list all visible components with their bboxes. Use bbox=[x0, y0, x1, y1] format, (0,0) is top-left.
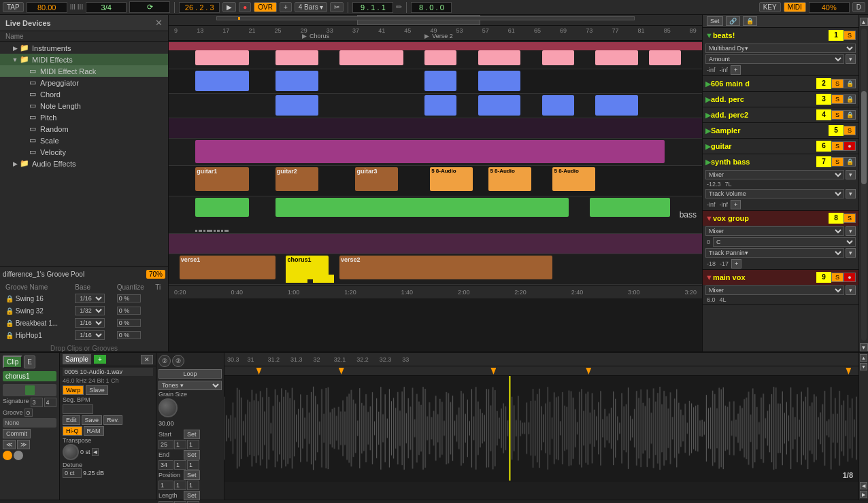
sidebar-item-midi-effects[interactable]: ▼ 📁 MIDI Effects bbox=[0, 54, 168, 65]
groove-row-breakbeat[interactable]: 🔒 Breakbeat 1... 1/16 bbox=[4, 317, 164, 328]
end-set-btn[interactable]: Set bbox=[184, 450, 200, 459]
beats-amount-select[interactable]: Amount bbox=[705, 54, 844, 64]
clip-606-1[interactable] bbox=[195, 71, 248, 91]
groove-row-hiphop[interactable]: 🔒 HipHop1 1/16 bbox=[4, 330, 164, 341]
rev-arrow-btn[interactable]: ◄ bbox=[92, 448, 99, 456]
sidebar-item-arpeggiator[interactable]: ▭ Arpeggiator bbox=[0, 77, 168, 88]
scroll-up-btn[interactable]: ▲ bbox=[860, 18, 868, 26]
start-val-3[interactable] bbox=[187, 440, 199, 449]
clip-perc-4[interactable] bbox=[542, 95, 574, 116]
guitar-num[interactable]: 6 bbox=[816, 141, 831, 152]
clip-beats-1[interactable] bbox=[195, 50, 248, 65]
sampler-s[interactable]: S bbox=[844, 126, 856, 135]
clip-perc-3[interactable] bbox=[478, 95, 521, 116]
clip-sampler-full[interactable] bbox=[195, 140, 665, 163]
rev-button[interactable]: Rev. bbox=[103, 415, 122, 425]
track-606-num[interactable]: 2 bbox=[816, 78, 831, 89]
warp-button[interactable]: Warp bbox=[63, 385, 84, 395]
addperc2-num[interactable]: 4 bbox=[816, 109, 831, 120]
record-button[interactable]: ● bbox=[239, 2, 251, 12]
clip-bass-3[interactable] bbox=[590, 198, 670, 217]
addperc-num[interactable]: 3 bbox=[816, 94, 831, 105]
groove-row-swing32[interactable]: 🔒 Swing 32 1/32 bbox=[4, 305, 164, 316]
prev-btn[interactable]: ≫ bbox=[17, 440, 30, 449]
len-set-btn[interactable]: Set bbox=[184, 491, 200, 500]
clip-tab[interactable]: Clip bbox=[3, 355, 22, 368]
main-vox-num[interactable]: 9 bbox=[816, 272, 831, 283]
yellow-sub-2[interactable] bbox=[313, 275, 334, 283]
orange-color-btn[interactable] bbox=[3, 451, 12, 460]
sample-tab[interactable]: Sample bbox=[63, 354, 91, 364]
clip-name-display[interactable]: chorus1 bbox=[3, 371, 56, 381]
guitar-s[interactable]: S bbox=[831, 141, 844, 151]
vox-mixer-drop[interactable]: ▾ bbox=[846, 226, 856, 236]
re-btn3[interactable]: ◀ bbox=[860, 482, 867, 489]
re-btn2[interactable]: ▼ bbox=[860, 363, 867, 370]
vox-track-pan-select[interactable]: Track Pannin▾ bbox=[705, 248, 844, 258]
sidebar-item-chord[interactable]: ▭ Chord bbox=[0, 88, 168, 100]
hiq-button[interactable]: Hi-Q bbox=[63, 426, 82, 436]
sidebar-close-button[interactable]: ✕ bbox=[155, 18, 163, 28]
guitar-rec[interactable]: ● bbox=[844, 141, 856, 151]
addperc-s[interactable]: S bbox=[831, 94, 844, 104]
synth-track-vol-select[interactable]: Track Volume bbox=[705, 189, 844, 198]
pos-set-btn[interactable]: Set bbox=[184, 470, 200, 480]
marker-1[interactable] bbox=[256, 368, 262, 375]
add-sample-btn[interactable]: + bbox=[94, 355, 106, 364]
save-button[interactable]: Save bbox=[82, 415, 103, 425]
clip-guitar-8a3[interactable]: 5 8-Audio bbox=[552, 167, 595, 191]
end-val-1[interactable] bbox=[158, 460, 173, 470]
commit-button[interactable]: Commit bbox=[3, 429, 31, 438]
mixer-link-button[interactable]: 🔗 bbox=[726, 16, 740, 26]
sidebar-item-scale[interactable]: ▭ Scale bbox=[0, 135, 168, 146]
vox-mixer-select[interactable]: Mixer bbox=[705, 226, 844, 236]
sampler-triangle[interactable]: ▶ bbox=[705, 126, 711, 135]
edit-button[interactable]: Edit bbox=[63, 415, 80, 425]
clip-color-selector[interactable] bbox=[3, 384, 56, 396]
start-val-1[interactable] bbox=[158, 440, 173, 449]
groove-hotcue[interactable]: ⊙ bbox=[24, 409, 33, 417]
re-btn4[interactable]: ▶ bbox=[860, 491, 867, 498]
prev-prev-btn[interactable]: ≪ bbox=[3, 440, 16, 449]
beats-add[interactable]: + bbox=[731, 65, 741, 75]
start-set-btn[interactable]: Set bbox=[184, 430, 200, 439]
addperc-lock[interactable]: 🔒 bbox=[844, 94, 856, 104]
clip-verse1[interactable]: verse1 bbox=[180, 256, 276, 279]
pos-val-3[interactable] bbox=[187, 481, 199, 490]
beats-triangle[interactable]: ▼ bbox=[705, 31, 713, 39]
bars-select[interactable]: 4 Bars ▾ bbox=[295, 2, 328, 12]
grey-color-btn[interactable] bbox=[14, 451, 23, 460]
synth-lock[interactable]: 🔒 bbox=[844, 157, 856, 167]
clip-beats-4[interactable] bbox=[424, 50, 456, 65]
synth-triangle[interactable]: ▶ bbox=[705, 158, 711, 167]
warp-mode-1[interactable]: ② bbox=[158, 355, 171, 367]
clip-lanes[interactable]: guitar1 guitar2 guitar3 5 8-Audio 5 8-Au… bbox=[169, 41, 702, 351]
beats-num[interactable]: 1 bbox=[829, 30, 844, 41]
tap-button[interactable]: TAP bbox=[3, 2, 24, 12]
addperc-triangle[interactable]: ▶ bbox=[705, 95, 711, 104]
sig-den-input[interactable] bbox=[44, 398, 56, 407]
clip-guitar-8a2[interactable]: 5 8-Audio bbox=[488, 167, 531, 191]
seg-bpm-input[interactable]: 80.18 bbox=[63, 404, 93, 414]
d-button[interactable]: D bbox=[852, 2, 865, 12]
clip-beats-6[interactable] bbox=[542, 50, 574, 65]
clip-606-2[interactable] bbox=[276, 71, 318, 91]
addperc2-lock[interactable]: 🔒 bbox=[844, 110, 856, 120]
tones-select[interactable]: Tones ▾ bbox=[158, 381, 222, 390]
sidebar-item-midi-effect-rack[interactable]: ▭ MIDI Effect Rack bbox=[0, 65, 168, 77]
clip-bass-1[interactable] bbox=[195, 198, 248, 217]
synth-add[interactable]: + bbox=[731, 200, 741, 209]
warp-mode-2[interactable]: ② bbox=[172, 355, 184, 367]
marker-3[interactable] bbox=[490, 368, 496, 375]
warp-button[interactable]: ▶ bbox=[222, 2, 236, 12]
clip-beats-5[interactable] bbox=[478, 50, 521, 65]
grain-knob[interactable] bbox=[158, 398, 178, 417]
scroll-thumb[interactable] bbox=[861, 91, 867, 185]
vox-s[interactable]: S bbox=[844, 213, 856, 223]
slave-button[interactable]: Slave bbox=[86, 385, 108, 395]
vox-triangle[interactable]: ▼ bbox=[705, 214, 713, 222]
beats-s-btn[interactable]: S bbox=[844, 31, 856, 40]
transpose-knob[interactable] bbox=[63, 444, 79, 460]
hiphop-quantize[interactable] bbox=[117, 331, 141, 339]
synth-mixer-drop[interactable]: ▾ bbox=[846, 170, 856, 179]
